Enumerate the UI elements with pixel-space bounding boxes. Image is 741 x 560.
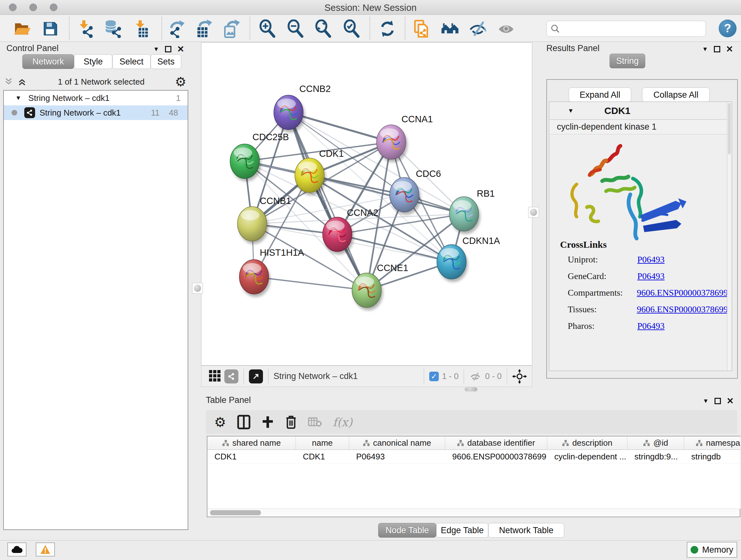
- tab-node-table[interactable]: Node Table: [378, 523, 436, 538]
- float-panel-icon[interactable]: [165, 46, 172, 52]
- export-image-button[interactable]: [221, 19, 241, 39]
- table-cell[interactable]: P06493: [349, 450, 445, 463]
- tab-network[interactable]: Network: [22, 54, 74, 69]
- memory-button[interactable]: Memory: [687, 542, 737, 558]
- results-scrollbar[interactable]: [727, 103, 731, 371]
- node-table[interactable]: shared namenamecanonical namedatabase id…: [207, 436, 740, 517]
- right-splitter-handle[interactable]: [528, 207, 539, 218]
- table-cell[interactable]: CDK1: [296, 450, 349, 463]
- table-settings-gear-icon[interactable]: ⚙: [214, 415, 226, 430]
- network-node-CDKN1A[interactable]: CDKN1A: [437, 236, 500, 282]
- duplicate-network-button[interactable]: [412, 19, 432, 39]
- tab-network-table[interactable]: Network Table: [488, 523, 564, 538]
- crosslink-label: GeneCard:: [568, 271, 637, 281]
- network-canvas[interactable]: CCNB2CCNA1CDC25BCDK1CDC6RB1CCNB1CCNA2CDK…: [201, 43, 532, 366]
- collapse-all-button[interactable]: Collapse All: [642, 87, 710, 102]
- collapse-all-icon[interactable]: [3, 77, 14, 86]
- add-column-icon[interactable]: [261, 416, 274, 428]
- tab-style[interactable]: Style: [74, 54, 112, 69]
- import-network-button[interactable]: [76, 19, 96, 39]
- collapse-card-icon[interactable]: ▼: [568, 107, 574, 114]
- open-in-new-window-button[interactable]: [249, 369, 263, 383]
- collection-expand-icon[interactable]: ▼: [15, 95, 21, 102]
- warning-status-button[interactable]: [36, 543, 55, 557]
- show-columns-icon[interactable]: [237, 415, 251, 429]
- left-splitter-handle[interactable]: [192, 283, 203, 294]
- network-edge[interactable]: [254, 277, 367, 290]
- results-panel-controls: ▼ ✕: [702, 44, 733, 54]
- panel-menu-icon[interactable]: ▼: [702, 46, 708, 53]
- table-row[interactable]: CDK1CDK1P064939606.ENSP00000378699cyclin…: [207, 450, 740, 464]
- crosslink-link[interactable]: P06493: [637, 321, 665, 331]
- column-header-0[interactable]: shared name: [207, 436, 296, 449]
- network-node-CCNA1[interactable]: CCNA1: [377, 114, 433, 162]
- expand-all-button[interactable]: Expand All: [569, 87, 631, 102]
- panel-menu-icon[interactable]: ▼: [703, 397, 709, 405]
- search-input[interactable]: [560, 24, 694, 34]
- table-cell[interactable]: 9606.ENSP00000378699: [445, 450, 547, 463]
- node-count: 11: [151, 108, 159, 118]
- horizontal-splitter-handle[interactable]: [465, 387, 477, 391]
- close-panel-icon[interactable]: ✕: [177, 44, 185, 54]
- zoom-out-button[interactable]: [285, 19, 306, 39]
- save-session-button[interactable]: [40, 19, 61, 39]
- zoom-selected-button[interactable]: [341, 19, 362, 39]
- network-graph[interactable]: CCNB2CCNA1CDC25BCDK1CDC6RB1CCNB1CCNA2CDK…: [201, 43, 533, 366]
- search-box: [546, 21, 706, 37]
- string-style-icon[interactable]: [224, 369, 239, 383]
- zoom-fit-button[interactable]: [313, 19, 333, 39]
- crosslink-link[interactable]: P06493: [637, 271, 665, 281]
- zoom-in-button[interactable]: [257, 19, 278, 39]
- network-node-CCNB1[interactable]: CCNB1: [238, 196, 291, 244]
- network-node-CCNE1[interactable]: CCNE1: [352, 263, 408, 310]
- column-header-4[interactable]: description: [547, 436, 627, 449]
- tab-sets[interactable]: Sets: [151, 54, 181, 69]
- refresh-button[interactable]: [377, 19, 398, 39]
- crosslink-label: Tissues:: [568, 304, 637, 314]
- tab-select[interactable]: Select: [112, 54, 151, 69]
- column-header-5[interactable]: @id: [627, 436, 684, 449]
- table-cell[interactable]: CDK1: [207, 450, 296, 463]
- table-cell[interactable]: cyclin-dependent ...: [547, 450, 627, 463]
- import-table-button[interactable]: [131, 19, 152, 39]
- tree-column-icon: [222, 440, 229, 447]
- cloud-status-button[interactable]: [7, 543, 26, 557]
- network-row-selected[interactable]: String Network – cdk1 11 48: [4, 105, 188, 120]
- pan-crosshair-icon[interactable]: [512, 369, 527, 384]
- column-header-2[interactable]: canonical name: [349, 436, 445, 449]
- show-all-button[interactable]: [496, 19, 516, 39]
- network-collection-row[interactable]: ▼ String Network – cdk1 1: [4, 91, 188, 105]
- first-neighbors-button[interactable]: [440, 19, 460, 39]
- tab-string-results[interactable]: String: [610, 54, 645, 68]
- column-header-3[interactable]: database identifier: [445, 436, 547, 449]
- table-horizontal-scrollbar[interactable]: [207, 509, 740, 517]
- network-node-CCNA2[interactable]: CCNA2: [323, 207, 378, 254]
- hide-selected-button[interactable]: [468, 19, 488, 39]
- crosslink-link[interactable]: 9606.ENSP00000378699: [637, 288, 728, 298]
- network-options-gear-icon[interactable]: ⚙: [175, 74, 186, 89]
- close-panel-icon[interactable]: ✕: [726, 44, 733, 54]
- crosslink-link[interactable]: 9606.ENSP00000378699: [637, 304, 728, 314]
- column-header-6[interactable]: namespace: [684, 436, 740, 449]
- table-cell[interactable]: stringdb: [684, 450, 740, 463]
- export-network-button[interactable]: [166, 19, 187, 39]
- network-node-HIST1H1A[interactable]: HIST1H1A: [239, 247, 304, 297]
- expand-all-icon[interactable]: [17, 77, 27, 86]
- birdseye-grid-icon[interactable]: [208, 369, 221, 383]
- network-node-RB1[interactable]: RB1: [449, 188, 495, 234]
- table-cell[interactable]: stringdb:9...: [627, 450, 684, 463]
- protein-card-header[interactable]: ▼ CDK1: [549, 102, 732, 120]
- export-table-button[interactable]: [193, 19, 214, 39]
- close-panel-icon[interactable]: ✕: [727, 396, 734, 406]
- column-header-1[interactable]: name: [296, 436, 349, 449]
- import-database-button[interactable]: [103, 19, 123, 39]
- help-button[interactable]: ?: [719, 19, 737, 37]
- open-session-button[interactable]: [12, 19, 32, 39]
- panel-menu-icon[interactable]: ▼: [153, 46, 159, 53]
- crosslink-link[interactable]: P06493: [637, 254, 665, 265]
- delete-column-trash-icon[interactable]: [285, 415, 297, 429]
- tab-edge-table[interactable]: Edge Table: [436, 523, 488, 538]
- selected-checkbox-icon[interactable]: ✓: [429, 372, 439, 381]
- float-panel-icon[interactable]: [715, 398, 721, 404]
- float-panel-icon[interactable]: [714, 46, 720, 52]
